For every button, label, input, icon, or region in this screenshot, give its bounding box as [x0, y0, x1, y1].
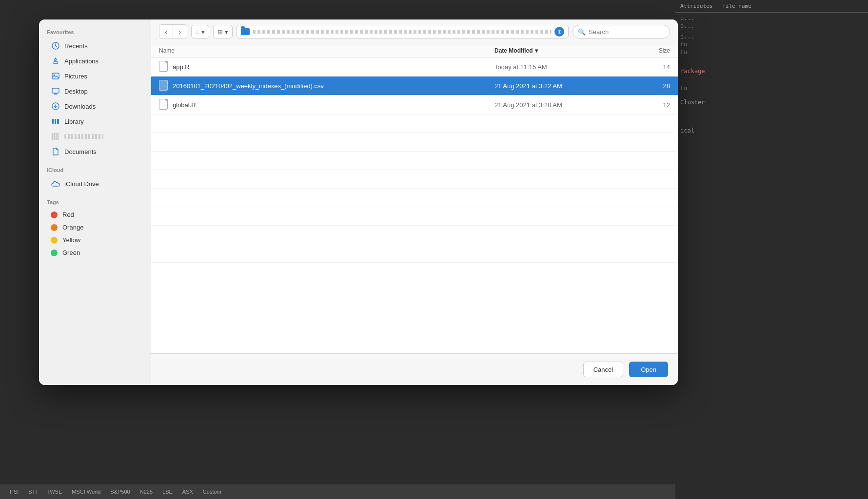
tab-n225[interactable]: N225: [140, 489, 153, 495]
bottom-toolbar: Cancel Open: [151, 353, 678, 385]
path-spinner[interactable]: ⊕: [554, 27, 564, 37]
code-line: fu: [675, 49, 868, 57]
home-icon: [51, 132, 60, 141]
col-date-header[interactable]: Date Modified ▾: [494, 47, 631, 54]
sidebar-label-library: Library: [64, 118, 84, 125]
location-bar[interactable]: ⊕: [237, 25, 569, 38]
desktop-icon: [51, 86, 60, 96]
location-path-blurred: [253, 30, 552, 34]
tab-msci[interactable]: MSCI World: [72, 489, 100, 495]
col-size-header[interactable]: Size: [631, 47, 670, 54]
right-code-panel: Attributes file_name u... o... i... fu f…: [675, 0, 868, 499]
forward-button[interactable]: ›: [173, 25, 187, 38]
icloud-label: iCloud: [39, 167, 151, 176]
sidebar-label-desktop: Desktop: [64, 88, 88, 95]
filesize-app-r: 14: [631, 63, 670, 71]
red-dot: [51, 211, 58, 218]
sidebar-item-documents[interactable]: Documents: [43, 144, 147, 159]
tab-asx[interactable]: ASX: [182, 489, 193, 495]
svg-rect-4: [52, 88, 59, 93]
tab-custom[interactable]: Custom: [203, 489, 221, 495]
tag-green-label: Green: [62, 249, 80, 256]
sidebar-item-tag-green[interactable]: Green: [43, 247, 147, 259]
svg-rect-8: [57, 119, 59, 124]
tag-red-label: Red: [62, 211, 74, 218]
tab-lse[interactable]: LSE: [162, 489, 173, 495]
tab-sp500[interactable]: S&P500: [110, 489, 130, 495]
rocket-icon: [51, 56, 60, 66]
cancel-button[interactable]: Cancel: [583, 362, 623, 377]
file-icon-csv: [159, 80, 169, 92]
orange-dot: [51, 224, 58, 231]
sidebar-label-recents: Recents: [64, 42, 88, 50]
ical-text: ical: [680, 127, 694, 134]
filedate-csv: 21 Aug 2021 at 3:22 AM: [494, 82, 631, 90]
sidebar-item-library[interactable]: Library: [43, 114, 147, 129]
code-line: fu: [675, 85, 868, 93]
library-icon: [51, 116, 60, 126]
clock-icon: [51, 41, 60, 51]
file-row-global-r[interactable]: global.R 21 Aug 2021 at 3:20 AM 12: [151, 96, 678, 115]
tab-hsi[interactable]: HSI: [10, 489, 19, 495]
open-button[interactable]: Open: [629, 362, 668, 377]
photo-icon: [51, 71, 60, 81]
sidebar-item-tag-yellow[interactable]: Yellow: [43, 234, 147, 246]
code-line: u...: [675, 15, 868, 22]
list-view-button[interactable]: ≡ ▾: [191, 25, 209, 38]
file-row-app-r[interactable]: app.R Today at 11:15 AM 14: [151, 58, 678, 77]
col-filename: file_name: [722, 3, 751, 9]
sidebar-item-recents[interactable]: Recents: [43, 38, 147, 53]
tag-orange-label: Orange: [62, 224, 83, 231]
sidebar-label-documents: Documents: [64, 148, 97, 155]
empty-row-3: [151, 152, 678, 170]
home-label-blurred: [64, 134, 103, 139]
col-name-header[interactable]: Name: [159, 47, 494, 54]
file-list-header: Name Date Modified ▾ Size: [151, 44, 678, 58]
code-line: i...: [675, 33, 868, 41]
file-icon-global-r: [159, 99, 169, 111]
yellow-dot: [51, 237, 58, 244]
sidebar-item-downloads[interactable]: Downloads: [43, 99, 147, 114]
sidebar-item-tag-red[interactable]: Red: [43, 209, 147, 221]
nav-buttons: ‹ ›: [159, 24, 187, 39]
empty-row-1: [151, 115, 678, 133]
tab-twse[interactable]: TWSE: [46, 489, 62, 495]
list-view-chevron: ▾: [201, 28, 205, 36]
empty-row-4: [151, 170, 678, 189]
sidebar-label-downloads: Downloads: [64, 103, 96, 110]
filename-csv: 20160101_20210402_weekly_indexes_(modifi…: [173, 82, 494, 90]
file-list: app.R Today at 11:15 AM 14 20160101_2021…: [151, 58, 678, 353]
search-input[interactable]: [589, 28, 657, 36]
sidebar-item-icloud-drive[interactable]: iCloud Drive: [43, 176, 147, 191]
sidebar-label-pictures: Pictures: [64, 73, 87, 80]
bottom-status-bar: HSI STI TWSE MSCI World S&P500 N225 LSE …: [0, 484, 675, 499]
sidebar-label-icloud: iCloud Drive: [64, 180, 99, 188]
grid-view-chevron: ▾: [225, 28, 228, 36]
sidebar-item-home[interactable]: [43, 129, 147, 144]
filesize-csv: 28: [631, 82, 670, 90]
document-icon: [51, 147, 60, 156]
svg-point-1: [55, 59, 56, 60]
filesize-global-r: 12: [631, 101, 670, 109]
package-text: Package: [680, 68, 705, 75]
download-icon: [51, 101, 60, 111]
tab-sti[interactable]: STI: [28, 489, 37, 495]
sidebar-item-pictures[interactable]: Pictures: [43, 69, 147, 83]
sidebar: Favourites Recents Applications: [39, 19, 151, 385]
sidebar-item-desktop[interactable]: Desktop: [43, 84, 147, 98]
file-open-dialog: Favourites Recents Applications: [39, 19, 678, 385]
tags-label: Tags: [39, 199, 151, 208]
back-button[interactable]: ‹: [159, 25, 173, 38]
empty-row-7: [151, 226, 678, 244]
empty-row-2: [151, 133, 678, 152]
cloud-icon: [51, 179, 60, 189]
code-line: o...: [675, 22, 868, 30]
file-row-csv[interactable]: 20160101_20210402_weekly_indexes_(modifi…: [151, 77, 678, 96]
sidebar-item-applications[interactable]: Applications: [43, 54, 147, 68]
cluster-text: Cluster: [680, 99, 705, 106]
file-icon-app-r: [159, 61, 169, 73]
main-content-area: ‹ › ≡ ▾ ⊞ ▾ ⊕ 🔍 Name: [151, 19, 678, 385]
file-toolbar: ‹ › ≡ ▾ ⊞ ▾ ⊕ 🔍: [151, 19, 678, 44]
sidebar-item-tag-orange[interactable]: Orange: [43, 221, 147, 233]
grid-view-button[interactable]: ⊞ ▾: [213, 25, 233, 38]
